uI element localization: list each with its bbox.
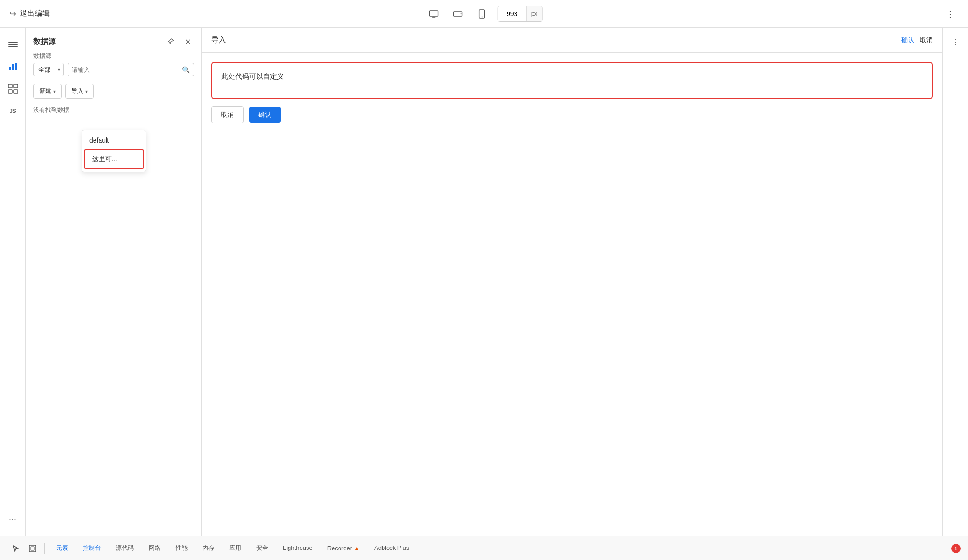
main-area: JS ··· 数据源 ✕ 数据源 bbox=[0, 28, 968, 536]
sidebar-chart-button[interactable] bbox=[4, 57, 22, 76]
datasource-filter-label: 数据源 bbox=[33, 52, 194, 60]
devtools-separator bbox=[44, 543, 45, 554]
search-input-wrapper: 🔍 bbox=[68, 63, 194, 76]
search-input[interactable] bbox=[72, 63, 182, 76]
svg-rect-10 bbox=[8, 90, 12, 93]
devtools-tab-network-label: 网络 bbox=[149, 544, 161, 552]
svg-rect-0 bbox=[430, 11, 438, 16]
right-panel-toggle-button[interactable]: ⋮ bbox=[947, 33, 964, 50]
svg-rect-11 bbox=[14, 90, 18, 93]
import-panel: 导入 确认 取消 此处代码可以自定义 取消 确认 bbox=[202, 28, 942, 536]
dropdown-item-default[interactable]: default bbox=[82, 132, 146, 149]
devtools-tab-performance[interactable]: 性能 bbox=[168, 536, 195, 560]
px-label: px bbox=[526, 6, 542, 21]
import-content: 此处代码可以自定义 取消 确认 bbox=[202, 53, 942, 536]
import-title: 导入 bbox=[211, 35, 226, 45]
exit-edit-button[interactable]: ↪ 退出编辑 bbox=[9, 9, 50, 19]
sidebar-components-button[interactable] bbox=[4, 80, 22, 98]
devtools-tab-elements[interactable]: 元素 bbox=[49, 536, 75, 560]
import-header-confirm-button[interactable]: 确认 bbox=[901, 36, 914, 44]
import-button-arrow-icon: ▾ bbox=[85, 89, 88, 94]
devtools-tab-sources[interactable]: 源代码 bbox=[108, 536, 141, 560]
exit-edit-label: 退出编辑 bbox=[20, 9, 50, 19]
width-input-group: px bbox=[498, 6, 543, 22]
devtools-tab-lighthouse[interactable]: Lighthouse bbox=[276, 536, 320, 560]
filter-select[interactable]: 全部 bbox=[33, 63, 64, 76]
dropdown-item-highlighted[interactable]: 这里可... bbox=[84, 149, 144, 169]
devtools-tab-memory[interactable]: 内存 bbox=[195, 536, 222, 560]
sidebar-layers-button[interactable] bbox=[4, 35, 22, 54]
import-confirm-button[interactable]: 确认 bbox=[249, 107, 281, 123]
devtools-tab-recorder[interactable]: Recorder ▲ bbox=[320, 536, 367, 560]
toolbar-right: ⋮ bbox=[942, 6, 959, 22]
devtools-tab-console-label: 控制台 bbox=[83, 544, 101, 552]
import-header-cancel-button[interactable]: 取消 bbox=[920, 36, 933, 44]
top-toolbar: ↪ 退出编辑 px ⋮ bbox=[0, 0, 968, 28]
import-cancel-button[interactable]: 取消 bbox=[211, 106, 244, 123]
action-row: 新建 ▾ 导入 ▾ bbox=[26, 80, 201, 102]
new-button-label: 新建 bbox=[39, 87, 51, 95]
no-data-text: 没有找到数据 bbox=[26, 102, 201, 118]
data-panel-title: 数据源 bbox=[33, 37, 56, 47]
filter-select-wrapper: 全部 ▾ bbox=[33, 63, 64, 76]
svg-rect-8 bbox=[8, 84, 12, 88]
code-input-box[interactable]: 此处代码可以自定义 bbox=[211, 62, 933, 99]
error-count-badge: 1 bbox=[951, 544, 961, 553]
devtools-cursor-button[interactable] bbox=[7, 540, 24, 557]
svg-rect-13 bbox=[31, 547, 34, 550]
devtools-tab-memory-label: 内存 bbox=[202, 544, 214, 552]
width-input[interactable] bbox=[498, 6, 526, 21]
toolbar-center: px bbox=[426, 6, 543, 22]
devtools-inspect-button[interactable] bbox=[24, 540, 41, 557]
devtools-tab-sources-label: 源代码 bbox=[116, 544, 134, 552]
data-panel-controls: 数据源 全部 ▾ 🔍 bbox=[26, 52, 201, 80]
js-label: JS bbox=[9, 108, 16, 114]
pin-icon-button[interactable] bbox=[164, 35, 177, 48]
tablet-landscape-device-button[interactable] bbox=[450, 6, 466, 22]
sidebar-bottom: ··· bbox=[4, 510, 22, 529]
devtools-tab-security[interactable]: 安全 bbox=[249, 536, 276, 560]
svg-rect-5 bbox=[9, 67, 11, 70]
devtools-tab-application[interactable]: 应用 bbox=[222, 536, 249, 560]
devtools-tab-adblock-label: Adblock Plus bbox=[374, 544, 409, 551]
devtools-tab-performance-label: 性能 bbox=[176, 544, 188, 552]
svg-rect-12 bbox=[29, 545, 36, 552]
import-header: 导入 确认 取消 bbox=[202, 28, 942, 53]
recorder-triangle-icon: ▲ bbox=[354, 545, 359, 552]
right-panel: ⋮ bbox=[942, 28, 968, 536]
devtools-tab-console[interactable]: 控制台 bbox=[75, 536, 108, 560]
svg-rect-9 bbox=[14, 84, 18, 88]
panel-header-actions: ✕ bbox=[164, 35, 194, 48]
data-panel-header: 数据源 ✕ bbox=[26, 28, 201, 52]
left-sidebar: JS ··· bbox=[0, 28, 26, 536]
dropdown-menu: default 这里可... bbox=[82, 130, 146, 172]
new-button-arrow-icon: ▾ bbox=[53, 89, 56, 94]
desktop-device-button[interactable] bbox=[426, 6, 442, 22]
svg-point-2 bbox=[461, 13, 462, 14]
devtools-tab-elements-label: 元素 bbox=[56, 544, 68, 552]
more-dots-icon: ··· bbox=[9, 515, 16, 523]
sidebar-more-button[interactable]: ··· bbox=[4, 510, 22, 529]
search-icon: 🔍 bbox=[182, 66, 190, 74]
import-action-row: 取消 确认 bbox=[211, 106, 933, 123]
import-header-actions: 确认 取消 bbox=[901, 36, 933, 44]
devtools-tab-network[interactable]: 网络 bbox=[141, 536, 168, 560]
import-button[interactable]: 导入 ▾ bbox=[65, 84, 94, 99]
mobile-device-button[interactable] bbox=[474, 6, 490, 22]
more-options-button[interactable]: ⋮ bbox=[942, 6, 959, 22]
svg-rect-7 bbox=[15, 63, 17, 70]
sidebar-js-button[interactable]: JS bbox=[4, 102, 22, 120]
devtools-tab-adblock[interactable]: Adblock Plus bbox=[367, 536, 416, 560]
svg-point-4 bbox=[482, 16, 483, 17]
devtools-right-area: 1 bbox=[951, 544, 961, 553]
exit-icon: ↪ bbox=[9, 9, 16, 19]
svg-rect-6 bbox=[12, 64, 14, 70]
data-source-panel: 数据源 ✕ 数据源 全部 ▾ bbox=[26, 28, 202, 536]
new-button[interactable]: 新建 ▾ bbox=[33, 84, 62, 99]
close-panel-button[interactable]: ✕ bbox=[181, 35, 194, 48]
bottom-toolbar: 元素 控制台 源代码 网络 性能 内存 应用 安全 Lighthouse Rec… bbox=[0, 536, 968, 560]
devtools-tab-application-label: 应用 bbox=[229, 544, 241, 552]
devtools-tab-lighthouse-label: Lighthouse bbox=[283, 544, 313, 551]
import-button-label: 导入 bbox=[71, 87, 83, 95]
search-row: 全部 ▾ 🔍 bbox=[33, 63, 194, 76]
